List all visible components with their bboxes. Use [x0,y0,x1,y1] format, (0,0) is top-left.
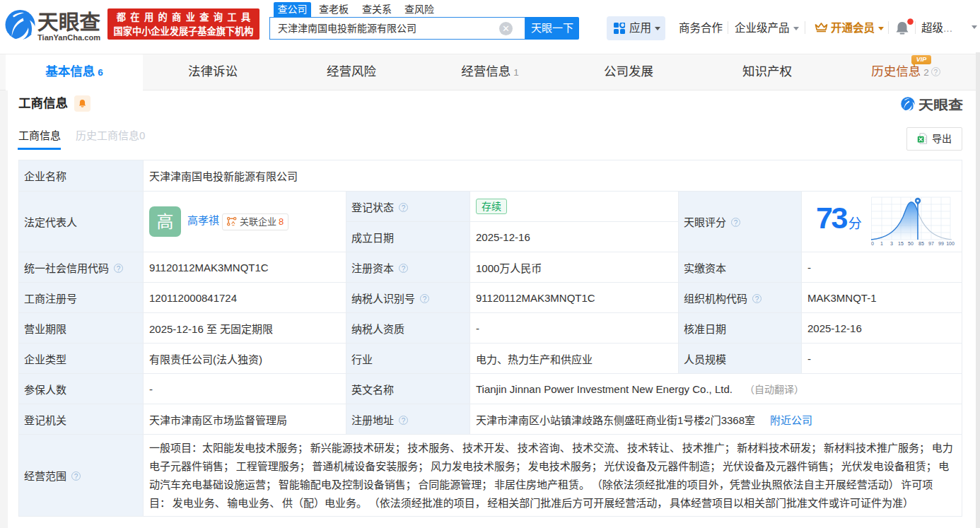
svg-text:1: 1 [880,241,883,245]
svg-text:3: 3 [890,241,893,245]
svg-text:85: 85 [918,241,924,245]
svg-text:天眼查: 天眼查 [37,11,100,34]
svg-text:天眼查: 天眼查 [918,98,964,112]
svg-text:0: 0 [871,241,874,245]
svg-text:50: 50 [908,241,914,245]
svg-text:97: 97 [928,241,934,245]
svg-text:15: 15 [898,241,904,245]
svg-text:99: 99 [938,241,944,245]
svg-text:TianYanCha.com: TianYanCha.com [37,33,100,42]
svg-text:100: 100 [946,241,955,245]
